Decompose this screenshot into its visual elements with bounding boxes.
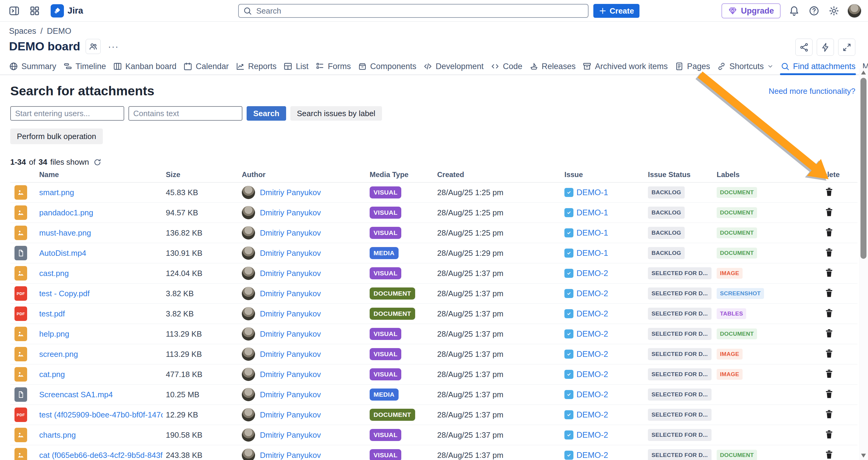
search-button[interactable]: Search bbox=[247, 106, 286, 121]
search-issues-by-label-button[interactable]: Search issues by label bbox=[290, 106, 382, 121]
fullscreen-button[interactable] bbox=[838, 39, 855, 56]
global-search[interactable] bbox=[238, 4, 589, 18]
file-name-link[interactable]: charts.png bbox=[39, 430, 163, 440]
file-name-link[interactable]: pandadoc1.png bbox=[39, 208, 163, 217]
file-name-link[interactable]: cat (f065eb66-de63-4cf2-9b5d-843f1b9e... bbox=[39, 451, 163, 460]
author-link[interactable]: Dmitriy Panyukov bbox=[260, 430, 321, 440]
delete-attachment-button[interactable] bbox=[824, 328, 834, 339]
help-button[interactable] bbox=[808, 4, 820, 17]
share-button[interactable] bbox=[795, 39, 812, 56]
tab-releases[interactable]: Releases bbox=[529, 58, 576, 74]
author-link[interactable]: Dmitriy Panyukov bbox=[260, 329, 321, 339]
sidebar-toggle-button[interactable] bbox=[8, 4, 21, 17]
author-link[interactable]: Dmitriy Panyukov bbox=[260, 249, 321, 258]
delete-attachment-button[interactable] bbox=[824, 409, 834, 420]
scroll-up-arrow[interactable] bbox=[861, 70, 866, 74]
tab-archived-work-items[interactable]: Archived work items bbox=[583, 58, 668, 74]
vertical-scrollbar[interactable] bbox=[859, 68, 868, 460]
issue-link[interactable]: DEMO-1 bbox=[577, 228, 608, 238]
author-link[interactable]: Dmitriy Panyukov bbox=[260, 451, 321, 460]
issue-link[interactable]: DEMO-2 bbox=[577, 430, 608, 440]
need-more-functionality-link[interactable]: Need more functionality? bbox=[769, 87, 855, 96]
file-name-link[interactable]: test - Copy.pdf bbox=[39, 289, 163, 298]
delete-attachment-button[interactable] bbox=[824, 368, 834, 379]
author-link[interactable]: Dmitriy Panyukov bbox=[260, 309, 321, 318]
issue-link[interactable]: DEMO-1 bbox=[577, 249, 608, 258]
delete-attachment-button[interactable] bbox=[824, 227, 834, 238]
issue-link[interactable]: DEMO-2 bbox=[577, 329, 608, 339]
scroll-down-arrow[interactable] bbox=[861, 454, 866, 458]
author-link[interactable]: Dmitriy Panyukov bbox=[260, 410, 321, 420]
contains-text-input[interactable] bbox=[128, 106, 242, 121]
app-switcher-button[interactable] bbox=[28, 4, 41, 17]
delete-attachment-button[interactable] bbox=[824, 308, 834, 318]
issue-link[interactable]: DEMO-2 bbox=[577, 390, 608, 399]
tab-components[interactable]: Components bbox=[358, 58, 416, 74]
issue-link[interactable]: DEMO-2 bbox=[577, 451, 608, 460]
tab-pages[interactable]: Pages bbox=[675, 58, 710, 74]
user-avatar[interactable] bbox=[847, 4, 861, 18]
automation-button[interactable] bbox=[817, 39, 834, 56]
settings-button[interactable] bbox=[828, 4, 840, 17]
tab-timeline[interactable]: Timeline bbox=[63, 58, 106, 74]
global-search-input[interactable] bbox=[256, 6, 584, 16]
tab-development[interactable]: Development bbox=[423, 58, 484, 74]
file-name-link[interactable]: must-have.png bbox=[39, 228, 163, 238]
delete-attachment-button[interactable] bbox=[824, 449, 834, 460]
jira-home-link[interactable]: Jira bbox=[51, 4, 83, 18]
author-link[interactable]: Dmitriy Panyukov bbox=[260, 349, 321, 359]
board-members-button[interactable] bbox=[86, 39, 101, 54]
scrollbar-thumb[interactable] bbox=[861, 78, 867, 259]
perform-bulk-operation-button[interactable]: Perform bulk operation bbox=[10, 128, 103, 144]
file-name-link[interactable]: test (4f025909-b0ee-47b0-bf0f-147c8afd..… bbox=[39, 410, 163, 420]
issue-link[interactable]: DEMO-2 bbox=[577, 289, 608, 298]
tab-code[interactable]: Code bbox=[491, 58, 523, 74]
delete-attachment-button[interactable] bbox=[824, 389, 834, 399]
create-button[interactable]: Create bbox=[593, 4, 640, 18]
issue-link[interactable]: DEMO-2 bbox=[577, 309, 608, 318]
refresh-icon[interactable] bbox=[93, 158, 102, 166]
delete-attachment-button[interactable] bbox=[824, 429, 834, 440]
author-link[interactable]: Dmitriy Panyukov bbox=[260, 188, 321, 197]
file-name-link[interactable]: help.png bbox=[39, 329, 163, 339]
author-link[interactable]: Dmitriy Panyukov bbox=[260, 269, 321, 278]
author-link[interactable]: Dmitriy Panyukov bbox=[260, 370, 321, 379]
issue-link[interactable]: DEMO-1 bbox=[577, 188, 608, 197]
issue-link[interactable]: DEMO-2 bbox=[577, 349, 608, 359]
breadcrumb-demo-link[interactable]: DEMO bbox=[47, 27, 71, 36]
delete-attachment-button[interactable] bbox=[824, 267, 834, 278]
tab-find-attachments[interactable]: Find attachments bbox=[781, 58, 855, 74]
issue-link[interactable]: DEMO-2 bbox=[577, 370, 608, 379]
issue-link[interactable]: DEMO-2 bbox=[577, 410, 608, 420]
tab-calendar[interactable]: Calendar bbox=[183, 58, 229, 74]
delete-attachment-button[interactable] bbox=[824, 186, 834, 197]
delete-attachment-button[interactable] bbox=[824, 287, 834, 298]
file-name-link[interactable]: cat.png bbox=[39, 370, 163, 379]
file-name-link[interactable]: cast.png bbox=[39, 269, 163, 278]
delete-attachment-button[interactable] bbox=[824, 207, 834, 217]
file-name-link[interactable]: Screencast SA1.mp4 bbox=[39, 390, 163, 399]
file-name-link[interactable]: screen.png bbox=[39, 349, 163, 359]
tab-shortcuts[interactable]: Shortcuts bbox=[717, 58, 774, 74]
tab-list[interactable]: List bbox=[283, 58, 308, 74]
upgrade-button[interactable]: Upgrade bbox=[721, 3, 781, 19]
issue-link[interactable]: DEMO-1 bbox=[577, 208, 608, 217]
issue-link[interactable]: DEMO-2 bbox=[577, 269, 608, 278]
tab-summary[interactable]: Summary bbox=[9, 58, 56, 74]
tab-reports[interactable]: Reports bbox=[236, 58, 277, 74]
author-link[interactable]: Dmitriy Panyukov bbox=[260, 289, 321, 298]
author-link[interactable]: Dmitriy Panyukov bbox=[260, 390, 321, 399]
delete-attachment-button[interactable] bbox=[824, 247, 834, 258]
tab-forms[interactable]: Forms bbox=[315, 58, 351, 74]
author-link[interactable]: Dmitriy Panyukov bbox=[260, 228, 321, 238]
author-link[interactable]: Dmitriy Panyukov bbox=[260, 208, 321, 217]
file-name-link[interactable]: smart.png bbox=[39, 188, 163, 197]
users-filter-input[interactable] bbox=[10, 106, 124, 121]
breadcrumb-spaces-link[interactable]: Spaces bbox=[9, 27, 36, 36]
tab-kanban-board[interactable]: Kanban board bbox=[113, 58, 177, 74]
file-name-link[interactable]: test.pdf bbox=[39, 309, 163, 318]
notifications-button[interactable] bbox=[788, 4, 801, 17]
delete-attachment-button[interactable] bbox=[824, 348, 834, 359]
board-more-actions-button[interactable]: ··· bbox=[106, 41, 121, 52]
file-name-link[interactable]: AutoDist.mp4 bbox=[39, 249, 163, 258]
